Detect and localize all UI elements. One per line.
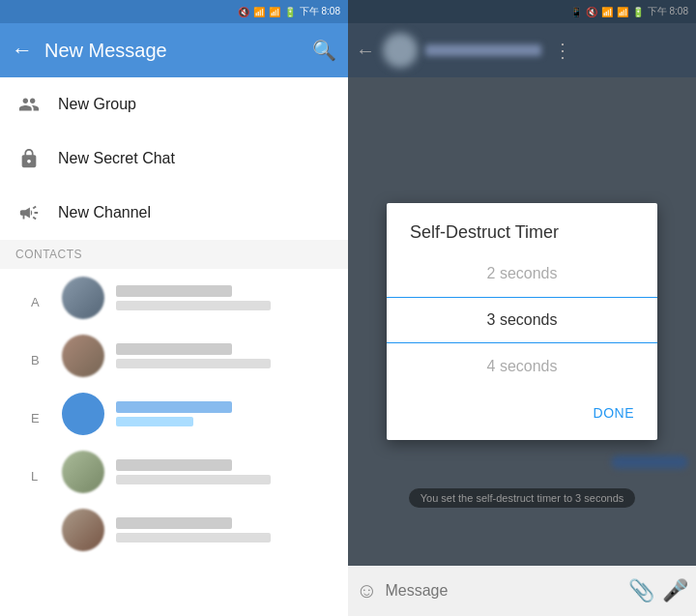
menu-label-new-secret-chat: New Secret Chat (58, 150, 175, 167)
status-mute-icon-right: 🔇 (586, 7, 597, 17)
contact-sub-l (116, 475, 271, 484)
self-destruct-dialog: Self-Destruct Timer 2 seconds 3 seconds … (387, 203, 657, 440)
contact-info-l (116, 459, 333, 484)
contact-info-extra (116, 517, 333, 543)
contacts-section-header: CONTACTS (0, 240, 348, 269)
status-bar-left: 🔇 📶 📶 🔋 下午 8:08 (0, 0, 348, 23)
chat-input-bar: ☺ 📎 🎤 (348, 566, 696, 616)
dialog-option-3s[interactable]: 3 seconds (387, 297, 657, 343)
emoji-button[interactable]: ☺ (356, 578, 377, 603)
status-mute-icon: 🔇 (238, 7, 249, 17)
contact-letter-l: L (15, 461, 46, 484)
status-signal-icon-right: 📶 (617, 7, 628, 17)
chat-contact-avatar (383, 33, 418, 68)
avatar-e (62, 393, 104, 435)
avatar-extra (62, 509, 104, 551)
contact-item-e[interactable]: E (0, 385, 348, 443)
contact-name-b (116, 343, 232, 355)
dialog-actions: DONE (387, 390, 657, 440)
contact-item-b[interactable]: B (0, 327, 348, 385)
contact-name-a (116, 285, 232, 297)
attach-button[interactable]: 📎 (628, 578, 654, 603)
menu-item-new-group[interactable]: New Group (0, 77, 348, 132)
top-bar-left: ← New Message 🔍 (0, 23, 348, 77)
status-wifi-icon-right: 📶 (601, 7, 613, 17)
status-signal-icon: 📶 (269, 7, 280, 17)
contact-info-a (116, 285, 333, 310)
status-wifi-icon: 📶 (253, 7, 265, 17)
contact-name-l (116, 459, 232, 471)
dialog-done-button[interactable]: DONE (586, 397, 642, 428)
contact-name-extra (116, 517, 232, 529)
dialog-options: 2 seconds 3 seconds 4 seconds (387, 250, 657, 390)
more-options-icon[interactable]: ⋮ (549, 35, 576, 66)
dialog-option-4s[interactable]: 4 seconds (387, 343, 657, 390)
status-time-right: 下午 8:08 (648, 5, 688, 18)
chat-contact-name (425, 44, 541, 56)
contact-letter-e: E (15, 403, 46, 425)
message-input[interactable] (385, 582, 621, 600)
avatar-a (62, 277, 104, 319)
status-screen-icon: 📱 (570, 7, 582, 17)
menu-item-new-channel[interactable]: New Channel (0, 186, 348, 240)
contact-item-extra[interactable] (0, 501, 348, 559)
contact-letter-b: B (15, 345, 46, 367)
avatar-l (62, 451, 104, 493)
menu-item-new-secret-chat[interactable]: New Secret Chat (0, 132, 348, 186)
contact-letter-a: A (15, 287, 46, 309)
contact-sub-e (116, 417, 193, 426)
status-battery-icon: 🔋 (284, 7, 296, 17)
contact-info-b (116, 343, 333, 368)
avatar-b (62, 335, 104, 377)
left-panel: 🔇 📶 📶 🔋 下午 8:08 ← New Message 🔍 New Grou… (0, 0, 348, 616)
contact-letter-extra (15, 526, 46, 534)
back-button-left[interactable]: ← (8, 34, 37, 67)
status-time-left: 下午 8:08 (300, 5, 340, 18)
contact-sub-a (116, 301, 271, 310)
contact-item-l[interactable]: L (0, 443, 348, 501)
megaphone-icon (15, 199, 43, 226)
status-bar-right: 📱 🔇 📶 📶 🔋 下午 8:08 (348, 0, 696, 23)
contact-sub-extra (116, 533, 271, 543)
contact-info-e (116, 401, 333, 426)
group-icon (15, 91, 43, 118)
dialog-title: Self-Destruct Timer (387, 203, 657, 250)
status-battery-icon-right: 🔋 (632, 7, 644, 17)
contact-item-a[interactable]: A (0, 269, 348, 327)
menu-label-new-group: New Group (58, 96, 136, 113)
menu-label-new-channel: New Channel (58, 204, 151, 221)
back-button-right[interactable]: ← (356, 40, 375, 62)
lock-icon (15, 145, 43, 172)
dialog-overlay[interactable]: Self-Destruct Timer 2 seconds 3 seconds … (348, 77, 696, 566)
search-icon-left[interactable]: 🔍 (308, 35, 340, 66)
dialog-option-2s[interactable]: 2 seconds (387, 250, 657, 297)
chat-top-bar: ← ⋮ (348, 23, 696, 77)
page-title-left: New Message (44, 40, 301, 62)
chat-body: Self-Destruct Timer 2 seconds 3 seconds … (348, 77, 696, 566)
contact-sub-b (116, 359, 271, 368)
contact-name-e (116, 401, 232, 413)
right-panel: 📱 🔇 📶 📶 🔋 下午 8:08 ← ⋮ Self-Destruct Time… (348, 0, 696, 616)
mic-button[interactable]: 🎤 (662, 578, 688, 603)
